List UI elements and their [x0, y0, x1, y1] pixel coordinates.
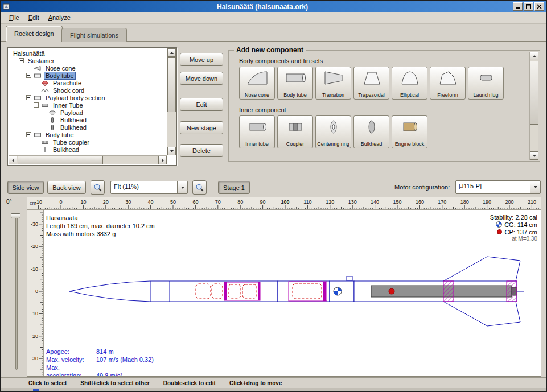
edit-button[interactable]: Edit: [180, 98, 223, 111]
zoom-in-button[interactable]: [91, 180, 105, 195]
add-launch-lug-button[interactable]: Launch lug: [468, 67, 504, 100]
tree-item-nose-cone[interactable]: Nose cone: [9, 64, 166, 72]
menu-edit[interactable]: Edit: [24, 13, 44, 23]
panel-vertical-scrollbar[interactable]: [529, 52, 538, 160]
motor-config-select[interactable]: [J115-P]: [455, 180, 541, 194]
cp-value: CP: 137 cm: [505, 229, 537, 236]
launch-lug-shape[interactable]: [346, 277, 353, 280]
bulkhead-shape[interactable]: [323, 282, 326, 301]
svg-text:110: 110: [303, 199, 311, 205]
add-nose-cone-button[interactable]: Nose cone: [239, 67, 275, 100]
hint-shift-click: Shift+click to select other: [80, 380, 149, 386]
tree-item-payload-body-section[interactable]: Payload body section: [9, 94, 166, 101]
component-tree: HaisunäätäSustainerNose coneBody tubePar…: [9, 49, 166, 155]
acceleration-label: Max. acceleration:: [46, 364, 96, 376]
combo-arrow-button[interactable]: [530, 181, 540, 193]
zoom-out-button[interactable]: [192, 180, 207, 195]
scroll-down-button[interactable]: [530, 151, 538, 160]
nose-cone-shape[interactable]: [69, 281, 150, 302]
component-button-label: Bulkhead: [361, 142, 383, 147]
tree-item-body-tube[interactable]: Body tube: [9, 131, 166, 138]
tree-item-shock-cord[interactable]: Shock cord: [9, 86, 166, 94]
add-bulkhead-button[interactable]: Bulkhead: [353, 115, 389, 148]
add-centering-ring-button[interactable]: Centering ring: [315, 115, 351, 148]
main-window: Haisunäätä (haisunaata.ork) File Edit An…: [0, 0, 547, 392]
tab-flight-simulations[interactable]: Flight simulations: [61, 28, 127, 42]
component-tree-panel: HaisunäätäSustainerNose coneBody tubePar…: [7, 47, 177, 166]
new-stage-button[interactable]: New stage: [180, 121, 223, 134]
parachute-icon: [41, 80, 51, 86]
fin-bottom-shape[interactable]: [443, 302, 520, 326]
scrollbar-thumb[interactable]: [167, 57, 176, 112]
tree-item-sustainer[interactable]: Sustainer: [9, 57, 166, 64]
scrollbar-thumb[interactable]: [530, 61, 538, 125]
rotation-slider-track[interactable]: [15, 215, 18, 370]
svg-text:-30: -30: [31, 221, 38, 227]
fin-tab-shape[interactable]: [507, 281, 517, 302]
svg-text:150: 150: [393, 199, 401, 205]
add-engine-block-button[interactable]: Engine block: [392, 115, 427, 148]
bulkhead-shape[interactable]: [224, 282, 227, 300]
move-up-button[interactable]: Move up: [180, 53, 223, 66]
tree-expander-icon[interactable]: [26, 132, 34, 137]
delete-button[interactable]: Delete: [180, 144, 223, 157]
add-inner-tube-button[interactable]: Inner tube: [239, 115, 275, 148]
zoom-out-icon: [195, 183, 204, 192]
scroll-down-button[interactable]: [167, 147, 176, 155]
scrollbar-thumb[interactable]: [18, 156, 103, 164]
add-transition-button[interactable]: Transition: [315, 67, 351, 100]
add-coupler-button[interactable]: Coupler: [277, 115, 313, 148]
tree-expander-icon[interactable]: [26, 95, 34, 100]
tree-expander-icon[interactable]: [34, 102, 41, 108]
zoom-select[interactable]: Fit (11%): [110, 181, 188, 194]
tree-item-label: Nose cone: [44, 65, 77, 72]
combo-arrow-button[interactable]: [177, 181, 187, 193]
tree-item-label: Body tube: [44, 131, 76, 138]
back-view-button[interactable]: Back view: [47, 181, 86, 194]
add-elliptical-button[interactable]: Elliptical: [392, 67, 427, 100]
fin-tab-shape[interactable]: [443, 281, 454, 302]
add-trapezoidal-button[interactable]: Trapezoidal: [353, 67, 389, 100]
tree-item-bulkhead[interactable]: Bulkhead: [9, 146, 166, 153]
tree-item-payload[interactable]: Payload: [9, 109, 166, 116]
scroll-right-button[interactable]: [158, 156, 167, 164]
shockcord-icon: [41, 87, 51, 94]
tree-item-inner-tube[interactable]: Inner Tube: [9, 101, 166, 109]
scroll-up-button[interactable]: [167, 48, 176, 57]
tree-vertical-scrollbar[interactable]: [167, 48, 176, 155]
rotation-slider-handle[interactable]: [11, 213, 20, 218]
stage-1-toggle[interactable]: Stage 1: [218, 181, 250, 194]
tree-expander-icon[interactable]: [19, 58, 26, 63]
menu-analyze[interactable]: Analyze: [44, 13, 75, 23]
add-freeform-button[interactable]: Freeform: [430, 67, 466, 100]
close-icon: [537, 4, 542, 9]
innertube-icon: [246, 118, 269, 137]
scroll-left-button[interactable]: [9, 156, 17, 164]
tree-item-parachute[interactable]: Parachute: [9, 79, 166, 86]
ruler-unit-label: cm: [30, 200, 36, 206]
bulkhead-shape[interactable]: [258, 282, 260, 300]
fin-top-shape[interactable]: [443, 257, 520, 281]
tree-expander-icon[interactable]: [26, 73, 34, 78]
close-button[interactable]: [534, 2, 544, 11]
side-view-button[interactable]: Side view: [7, 181, 44, 194]
mach-condition: at M=0.30: [490, 236, 537, 243]
menu-file[interactable]: File: [5, 13, 24, 23]
component-button-label: Transition: [322, 93, 344, 98]
tab-rocket-design[interactable]: Rocket design: [6, 26, 63, 42]
tree-item-bulkhead[interactable]: Bulkhead: [9, 123, 166, 131]
maximize-button[interactable]: [524, 2, 533, 11]
scroll-up-button[interactable]: [530, 52, 538, 60]
tree-item-tube-coupler[interactable]: Tube coupler: [9, 138, 166, 146]
move-down-button[interactable]: Move down: [180, 72, 223, 85]
minimize-button[interactable]: [513, 2, 523, 11]
tree-item-body-tube[interactable]: Body tube: [9, 72, 166, 79]
hint-click-drag: Click+drag to move: [229, 380, 282, 386]
add-body-tube-button[interactable]: Body tube: [277, 67, 313, 100]
tree-horizontal-scrollbar[interactable]: [9, 155, 167, 164]
svg-text:170: 170: [438, 199, 446, 205]
tree-item-haisun-t-[interactable]: Haisunäätä: [9, 49, 166, 57]
tree-item-bulkhead[interactable]: Bulkhead: [9, 116, 166, 123]
rocket-canvas[interactable]: Haisunäätä Length 189 cm, max. diameter …: [44, 210, 541, 376]
tree-item-label: Haisunäätä: [11, 50, 47, 57]
